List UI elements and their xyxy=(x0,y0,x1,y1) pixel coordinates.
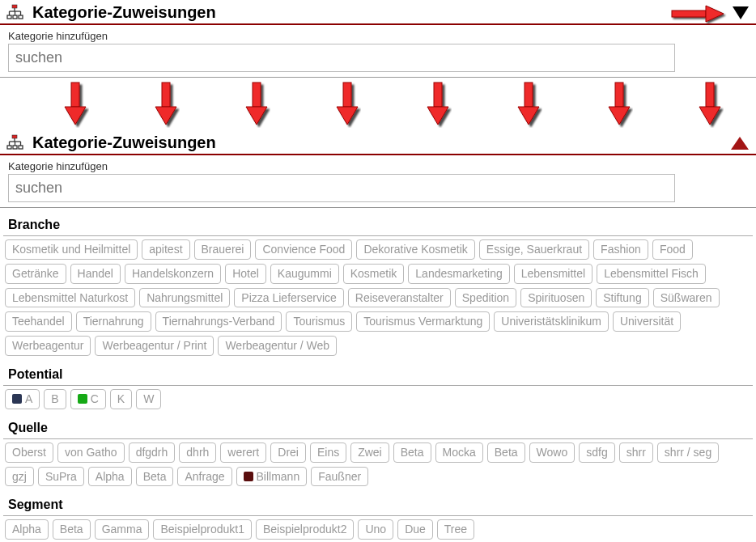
tag-label: Wowo xyxy=(537,446,568,459)
instruction-arrow-down-icon xyxy=(243,81,270,130)
svg-marker-21 xyxy=(427,107,448,125)
instruction-arrow-down-icon xyxy=(62,81,89,130)
category-tag[interactable]: B xyxy=(44,389,66,409)
svg-rect-26 xyxy=(706,83,714,107)
category-tag[interactable]: werert xyxy=(220,442,266,463)
category-tag[interactable]: Univeristätsklinikum xyxy=(494,311,609,332)
category-tag[interactable]: SuPra xyxy=(38,467,84,487)
category-tag[interactable]: Stiftung xyxy=(596,288,648,308)
category-tag[interactable]: Food xyxy=(652,239,693,260)
panel-expanded: Kategorie-Zuweisungen Kategorie hinzufüg… xyxy=(0,130,756,541)
tag-label: Mocka xyxy=(443,446,476,459)
category-tag[interactable]: Reiseveranstalter xyxy=(348,288,451,308)
search-input[interactable] xyxy=(8,174,675,202)
category-tag[interactable]: Tourismus xyxy=(286,311,352,332)
category-tag[interactable]: Lebensmittel xyxy=(514,264,592,284)
category-tag[interactable]: Billmann xyxy=(236,467,308,487)
category-tag[interactable]: Convience Food xyxy=(255,239,352,260)
svg-rect-28 xyxy=(12,135,17,138)
tag-label: Handelskonzern xyxy=(132,267,214,281)
category-tag[interactable]: Fashion xyxy=(593,239,648,260)
tag-group-segment: AlphaBetaGammaBeispielprodukt1Beispielpr… xyxy=(0,516,756,541)
svg-rect-14 xyxy=(162,83,170,107)
category-tag[interactable]: Beta xyxy=(487,442,525,463)
category-tag[interactable]: Werbeagentur / Print xyxy=(95,336,214,356)
category-tag[interactable]: Beispielprodukt2 xyxy=(256,519,355,540)
category-tag[interactable]: Spirituosen xyxy=(520,288,592,308)
category-tag[interactable]: Nahrungsmittel xyxy=(139,288,230,308)
category-tag[interactable]: Kaugummi xyxy=(270,264,339,284)
collapse-toggle[interactable] xyxy=(730,135,750,154)
search-input[interactable] xyxy=(8,44,675,72)
category-tag[interactable]: Getränke xyxy=(5,264,66,284)
svg-marker-19 xyxy=(337,107,358,125)
category-tag[interactable]: Oberst xyxy=(5,442,53,463)
category-tag[interactable]: Pizza Lieferservice xyxy=(234,288,344,308)
tag-label: Reiseveranstalter xyxy=(355,291,444,305)
svg-marker-25 xyxy=(609,107,630,125)
category-tag[interactable]: Faußner xyxy=(311,467,368,487)
category-tag[interactable]: Tiernahrungs-Verband xyxy=(155,311,282,332)
expand-toggle[interactable] xyxy=(732,5,750,23)
category-tag[interactable]: Due xyxy=(397,519,433,540)
category-tag[interactable]: Werbeagentur xyxy=(5,336,91,356)
tag-label: Faußner xyxy=(318,470,361,484)
category-tag[interactable]: Mocka xyxy=(435,442,483,463)
svg-marker-13 xyxy=(65,107,86,125)
tag-label: shrr xyxy=(626,446,646,459)
category-tag[interactable]: Beta xyxy=(53,519,91,540)
category-tag[interactable]: Handelskonzern xyxy=(125,264,221,284)
tag-label: Beta xyxy=(60,523,83,536)
search-label: Kategorie hinzufügen xyxy=(8,160,756,172)
category-tag[interactable]: A xyxy=(5,389,40,409)
category-tag[interactable]: Essige, Sauerkraut xyxy=(479,239,589,260)
category-tag[interactable]: Beta xyxy=(393,442,431,463)
category-tag[interactable]: Kosmetik xyxy=(343,264,405,284)
category-tag[interactable]: Süßwaren xyxy=(653,288,720,308)
category-tag[interactable]: Zwei xyxy=(350,442,389,463)
category-tag[interactable]: C xyxy=(70,389,106,409)
tag-label: Lebensmittel xyxy=(521,267,585,281)
category-tag[interactable]: Gamma xyxy=(95,519,150,540)
svg-marker-27 xyxy=(699,107,720,125)
category-tag[interactable]: Drei xyxy=(270,442,306,463)
category-tag[interactable]: Tree xyxy=(437,519,474,540)
category-tag[interactable]: Handel xyxy=(70,264,121,284)
category-tag[interactable]: Lebensmittel Naturkost xyxy=(5,288,135,308)
category-tag[interactable]: Lebensmittel Fisch xyxy=(597,264,706,284)
category-tag[interactable]: Uno xyxy=(358,519,393,540)
category-tag[interactable]: Kosmetik und Heilmittel xyxy=(5,239,138,260)
category-tag[interactable]: Spedition xyxy=(455,288,516,308)
category-tag[interactable]: Alpha xyxy=(88,467,132,487)
category-tag[interactable]: Brauerei xyxy=(194,239,252,260)
category-tag[interactable]: W xyxy=(136,389,161,409)
category-tag[interactable]: Beta xyxy=(136,467,174,487)
category-tag[interactable]: Eins xyxy=(310,442,346,463)
category-tag[interactable]: Universität xyxy=(613,311,681,332)
category-tag[interactable]: von Gatho xyxy=(57,442,125,463)
category-tag[interactable]: Beispielprodukt1 xyxy=(153,519,252,540)
category-tag[interactable]: Dekorative Kosmetik xyxy=(356,239,474,260)
category-tag[interactable]: shrr / seg xyxy=(657,442,719,463)
category-tag[interactable]: Tiernahrung xyxy=(76,311,151,332)
category-tag[interactable]: Tourismus Vermarktung xyxy=(356,311,490,332)
category-tag[interactable]: Wowo xyxy=(529,442,575,463)
category-tag[interactable]: Hotel xyxy=(225,264,266,284)
category-tag[interactable]: K xyxy=(110,389,132,409)
section-title-potential: Potential xyxy=(8,367,756,382)
svg-rect-29 xyxy=(7,146,11,149)
category-tag[interactable]: sdfg xyxy=(579,442,614,463)
svg-marker-17 xyxy=(246,107,267,125)
category-tag[interactable]: Landesmarketing xyxy=(408,264,509,284)
category-tag[interactable]: Anfrage xyxy=(177,467,231,487)
panel-title: Kategorie-Zuweisungen xyxy=(32,133,216,152)
category-tag[interactable]: shrr xyxy=(619,442,653,463)
category-tag[interactable]: Alpha xyxy=(5,519,49,540)
category-tag[interactable]: Teehandel xyxy=(5,311,72,332)
category-tag[interactable]: apitest xyxy=(142,239,189,260)
category-tag[interactable]: Werbeagentur / Web xyxy=(218,336,337,356)
svg-rect-22 xyxy=(525,83,533,107)
category-tag[interactable]: dfgdrh xyxy=(129,442,176,463)
category-tag[interactable]: gzj xyxy=(5,467,34,487)
category-tag[interactable]: dhrh xyxy=(179,442,216,463)
